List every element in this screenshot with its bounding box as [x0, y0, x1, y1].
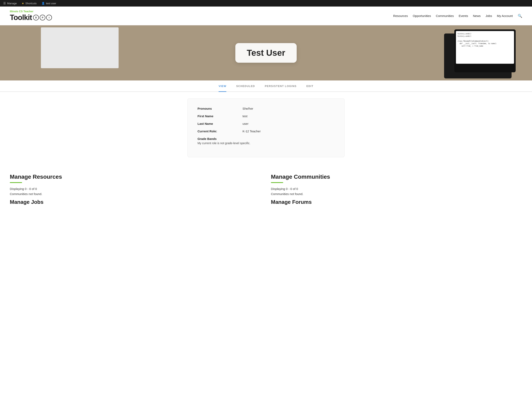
hero-username: Test User [247, 48, 285, 58]
grade-bands-row: Grade Bands My current role is not grade… [197, 137, 335, 145]
shortcuts-label: Shortcuts [25, 2, 37, 5]
content-area: Pronouns She/her First Name test Last Na… [184, 92, 348, 174]
manage-communities-title: Manage Communities [271, 174, 522, 180]
logo-main: Toolkit D P I [10, 13, 52, 22]
shortcuts-menu-item[interactable]: ★ Shortcuts [22, 2, 37, 5]
nav-resources[interactable]: Resources [393, 14, 408, 18]
last-name-label: Last Name [197, 122, 242, 125]
nav-news[interactable]: News [473, 14, 481, 18]
current-role-row: Current Role: K-12 Teacher [197, 130, 335, 133]
tabs-bar: VIEW SCHEDULED PERSISTENT LOGINS EDIT [0, 80, 532, 92]
tab-edit[interactable]: EDIT [306, 85, 313, 92]
profile-card: Pronouns She/her First Name test Last Na… [187, 98, 345, 157]
logo-badge-i: I [46, 15, 52, 21]
manage-resources-section: Manage Resources Displaying 0 - 0 of 0 C… [10, 174, 261, 205]
manage-grid: Manage Resources Displaying 0 - 0 of 0 C… [0, 174, 532, 215]
pronouns-row: Pronouns She/her [197, 107, 335, 110]
grade-bands-label: Grade Bands [197, 137, 217, 140]
manage-resources-not-found: Communities not found. [10, 192, 261, 196]
manage-label: Manage [7, 2, 17, 5]
manage-communities-count: Displaying 0 - 0 of 0 [271, 187, 522, 190]
nav-jobs[interactable]: Jobs [486, 14, 492, 18]
first-name-label: First Name [197, 114, 242, 118]
manage-menu-item[interactable]: ☰ Manage [3, 2, 17, 5]
admin-bar: ☰ Manage ★ Shortcuts 👤 test user [0, 0, 532, 7]
first-name-row: First Name test [197, 114, 335, 118]
logo-badges: D P I [33, 15, 52, 21]
manage-resources-underline [10, 182, 22, 183]
manage-resources-title: Manage Resources [10, 174, 261, 180]
logo-badge-d: D [33, 15, 39, 21]
user-menu-item[interactable]: 👤 test user [42, 2, 56, 5]
user-label: test user [46, 2, 56, 5]
manage-resources-count: Displaying 0 - 0 of 0 [10, 187, 261, 190]
pronouns-label: Pronouns [197, 107, 242, 110]
laptop-graphic: history.undo() history.undo() class Rena… [454, 29, 516, 72]
last-name-value: user [242, 122, 248, 125]
nav-my-account[interactable]: My Account [497, 14, 513, 18]
last-name-row: Last Name user [197, 122, 335, 125]
first-name-value: test [242, 114, 247, 118]
hero-banner: history.undo() history.undo() class Rena… [0, 25, 532, 80]
pronouns-value: She/her [242, 107, 253, 110]
tab-scheduled[interactable]: SCHEDULED [236, 85, 255, 92]
main-header: Illinois CS Teacher Toolkit D P I Resour… [0, 7, 532, 25]
manage-forums-title: Manage Forums [271, 199, 522, 205]
manage-jobs-title: Manage Jobs [10, 199, 261, 205]
grade-bands-note: My current role is not grade-level speci… [197, 142, 250, 145]
nav-communities[interactable]: Communities [436, 14, 454, 18]
logo-subtitle: Illinois CS Teacher [10, 10, 52, 13]
code-screen: history.undo() history.undo() class Rena… [456, 31, 514, 64]
logo-badge-p: P [40, 15, 45, 21]
manage-communities-section: Manage Communities Displaying 0 - 0 of 0… [271, 174, 522, 205]
manage-communities-underline [271, 182, 283, 183]
main-nav: Resources Opportunities Communities Even… [393, 14, 522, 18]
hamburger-icon: ☰ [3, 2, 6, 5]
logo-text: Toolkit [10, 13, 32, 22]
current-role-label: Current Role: [197, 130, 242, 133]
user-icon: 👤 [42, 2, 45, 5]
hero-username-badge: Test User [235, 43, 297, 63]
nav-events[interactable]: Events [459, 14, 468, 18]
logo[interactable]: Illinois CS Teacher Toolkit D P I [10, 10, 52, 22]
manage-communities-not-found: Communities not found. [271, 192, 522, 196]
tab-view[interactable]: VIEW [218, 85, 226, 92]
tab-persistent-logins[interactable]: PERSISTENT LOGINS [265, 85, 296, 92]
star-icon: ★ [22, 2, 24, 5]
current-role-value: K-12 Teacher [242, 130, 261, 133]
nav-opportunities[interactable]: Opportunities [413, 14, 431, 18]
search-icon[interactable]: 🔍 [518, 14, 522, 18]
